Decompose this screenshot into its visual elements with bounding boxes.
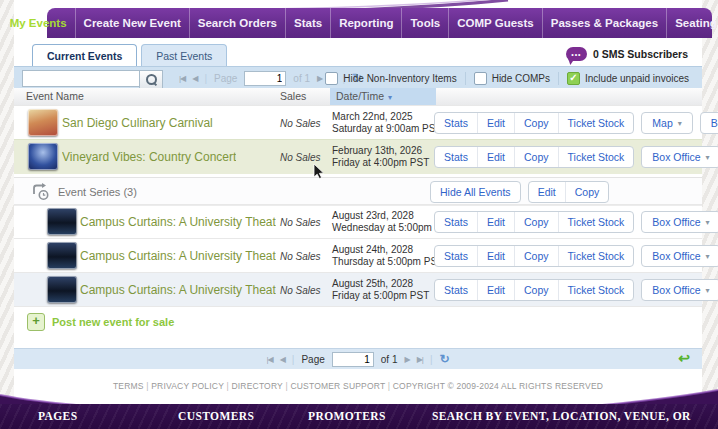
next-page-icon[interactable]: ▶ [404, 355, 409, 364]
chevron-down-icon: ▾ [706, 252, 710, 261]
stats-button[interactable]: Stats [435, 212, 477, 232]
nav-item-seating-maps[interactable]: Seating Maps [666, 8, 718, 38]
prev-page-icon[interactable]: ◀ [280, 355, 285, 364]
site-footer-bar: PAGES CUSTOMERS PROMOTERS SEARCH BY EVEN… [0, 404, 718, 429]
column-header-sales[interactable]: Sales [280, 88, 306, 105]
box-office-dropdown[interactable]: Box Office▾ [641, 146, 718, 168]
nav-item-stats[interactable]: Stats [285, 8, 330, 38]
post-new-event-row: + Post new event for sale [14, 306, 702, 337]
event-title-link[interactable]: Campus Curtains: A University Theater Pr… [80, 215, 276, 229]
include-unpaid-checkbox[interactable]: ✓ [567, 72, 580, 85]
event-title-link[interactable]: Campus Curtains: A University Theater Pr… [80, 249, 276, 263]
sales-status: No Sales [280, 251, 321, 262]
action-button-group: Stats Edit Copy Ticket Stock [434, 211, 634, 233]
column-header-event-name[interactable]: Event Name [26, 88, 84, 105]
event-thumbnail[interactable] [47, 242, 77, 269]
main-navigation: My Events Create New Event Search Orders… [47, 8, 712, 38]
ticket-stock-button[interactable]: Ticket Stock [558, 280, 634, 300]
first-page-icon[interactable]: |◀ [266, 355, 272, 364]
copy-button[interactable]: Copy [514, 280, 558, 300]
divider: | [430, 354, 433, 365]
nav-item-comp-guests[interactable]: COMP Guests [448, 8, 541, 38]
event-series-label: Event Series (3) [58, 186, 137, 198]
event-thumbnail[interactable] [28, 143, 58, 170]
footer-nav-promoters[interactable]: PROMOTERS [308, 410, 386, 422]
event-datetime: August 24th, 2028 Thursday at 5:00pm PST [332, 244, 443, 268]
event-series-icon [30, 182, 52, 201]
hide-comps-checkbox[interactable] [474, 72, 487, 85]
event-title-link[interactable]: San Diego Culinary Carnival [62, 116, 213, 130]
row-actions: Stats Edit Copy Ticket Stock Map▾ Box Of… [434, 112, 718, 134]
nav-item-my-events[interactable]: My Events [2, 8, 75, 38]
box-office-dropdown[interactable]: Box Office▾ [641, 245, 718, 267]
box-office-dropdown[interactable]: Box Office▾ [641, 279, 718, 301]
event-title-link[interactable]: Campus Curtains: A University Theater Pr… [80, 283, 276, 297]
edit-button[interactable]: Edit [477, 246, 514, 266]
hide-all-events-button[interactable]: Hide All Events [431, 182, 520, 202]
map-dropdown[interactable]: Map▾ [641, 112, 692, 134]
box-office-dropdown-label: Box Office [652, 216, 700, 228]
ticket-stock-button[interactable]: Ticket Stock [558, 113, 634, 133]
ticket-stock-button[interactable]: Ticket Stock [558, 147, 634, 167]
first-page-icon[interactable]: |◀ [179, 74, 185, 83]
copy-button[interactable]: Copy [514, 246, 558, 266]
nav-item-create-new-event[interactable]: Create New Event [75, 8, 189, 38]
copy-button[interactable]: Copy [514, 113, 558, 133]
ticket-stock-button[interactable]: Ticket Stock [558, 246, 634, 266]
event-thumbnail[interactable] [47, 208, 77, 235]
hide-non-inventory-checkbox[interactable] [325, 72, 338, 85]
event-datetime: March 22nd, 2025 Saturday at 9:00am PST [332, 111, 442, 135]
sms-subscribers[interactable]: ••• 0 SMS Subscribers [566, 47, 688, 61]
edit-button[interactable]: Edit [477, 212, 514, 232]
check-icon: ✓ [569, 73, 577, 83]
copy-button[interactable]: Copy [565, 182, 609, 202]
chevron-down-icon: ▾ [706, 153, 710, 162]
sales-status: No Sales [280, 118, 321, 129]
footer-nav-search[interactable]: SEARCH BY EVENT, LOCATION, VENUE, OR [432, 410, 691, 422]
date-line: August 25th, 2028 [332, 278, 429, 290]
stats-button[interactable]: Stats [435, 280, 477, 300]
search-button[interactable] [139, 70, 163, 89]
page-label: Page [214, 73, 237, 84]
row-actions: Stats Edit Copy Ticket Stock Box Office▾ [434, 211, 718, 233]
box-office-dropdown[interactable]: Box Office▾ [641, 211, 718, 233]
edit-button[interactable]: Edit [477, 280, 514, 300]
date-line: Friday at 4:00pm PST [332, 157, 429, 169]
page-number-input[interactable] [244, 71, 286, 86]
search-input[interactable] [22, 70, 139, 87]
plus-icon[interactable]: + [27, 313, 45, 331]
prev-page-icon[interactable]: ◀ [192, 74, 197, 83]
last-page-icon[interactable]: ▶| [417, 355, 423, 364]
divider: | [292, 354, 295, 365]
page-number-input[interactable] [332, 352, 374, 367]
tab-current-events[interactable]: Current Events [32, 44, 137, 67]
edit-button[interactable]: Edit [477, 147, 514, 167]
copy-button[interactable]: Copy [514, 212, 558, 232]
edit-button[interactable]: Edit [477, 113, 514, 133]
event-thumbnail[interactable] [28, 109, 58, 136]
event-thumbnail[interactable] [47, 276, 77, 303]
ticket-stock-button[interactable]: Ticket Stock [558, 212, 634, 232]
nav-item-search-orders[interactable]: Search Orders [189, 8, 285, 38]
tab-past-events[interactable]: Past Events [141, 44, 227, 67]
refresh-icon[interactable]: ↻ [439, 352, 449, 366]
nav-item-tools[interactable]: Tools [401, 8, 448, 38]
edit-button[interactable]: Edit [529, 182, 565, 202]
datetime-header-label: Date/Time [336, 90, 384, 102]
app-window: Current Events Past Events ••• 0 SMS Sub… [0, 0, 718, 429]
return-arrow-icon[interactable]: ↩ [678, 350, 690, 366]
column-header-datetime[interactable]: Date/Time▾ [330, 88, 436, 105]
stats-button[interactable]: Stats [435, 147, 477, 167]
footer-nav-customers[interactable]: CUSTOMERS [178, 410, 254, 422]
copy-button[interactable]: Copy [514, 147, 558, 167]
nav-item-passes-packages[interactable]: Passes & Packages [542, 8, 666, 38]
stats-button[interactable]: Stats [435, 113, 477, 133]
post-new-event-link[interactable]: Post new event for sale [52, 316, 174, 328]
stats-button[interactable]: Stats [435, 246, 477, 266]
box-office-dropdown[interactable]: Box Office▾ [700, 112, 718, 134]
nav-item-reporting[interactable]: Reporting [330, 8, 401, 38]
sales-status: No Sales [280, 285, 321, 296]
footer-nav-pages[interactable]: PAGES [38, 410, 78, 422]
event-title-link[interactable]: Vineyard Vibes: Country Concert [62, 150, 236, 164]
date-line: Saturday at 9:00am PST [332, 123, 442, 135]
